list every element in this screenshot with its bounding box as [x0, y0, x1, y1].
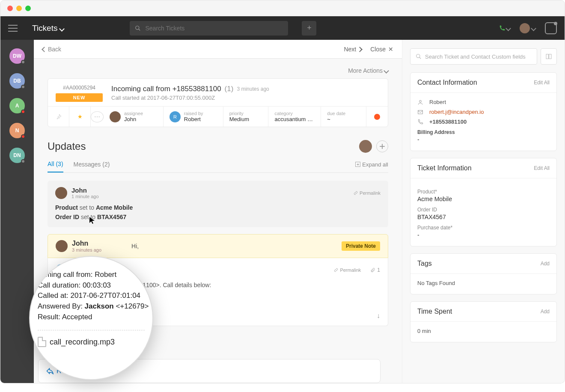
book-icon — [545, 53, 552, 60]
paperclip-icon — [370, 267, 375, 273]
layout-button[interactable] — [541, 48, 557, 65]
status-badge: NEW — [56, 93, 103, 102]
add-time-link[interactable]: Add — [541, 309, 550, 315]
section-title: Tickets — [32, 24, 57, 33]
tab-messages[interactable]: Messages (2) — [74, 161, 110, 172]
add-tag-link[interactable]: Add — [541, 261, 550, 267]
search-icon — [416, 53, 422, 59]
chevron-down-icon — [60, 24, 64, 33]
status-dot — [21, 85, 25, 89]
update-time: 1 minute ago — [71, 194, 99, 199]
note-author: John — [72, 240, 101, 247]
ticket-card: #AA00005294 NEW Incoming call from +1855… — [48, 78, 388, 127]
assignee-cell[interactable]: assigneeJohn — [104, 107, 164, 127]
raised-by-cell[interactable]: R raised byRobert — [164, 107, 223, 127]
ticket-subtitle: Call started at 2017-06-27T07:00:55.000Z — [111, 95, 380, 101]
note-time: 3 minutes ago — [72, 247, 101, 252]
mac-min-dot[interactable] — [16, 6, 22, 11]
section-dropdown[interactable]: Tickets — [32, 24, 64, 33]
close-icon: ✕ — [388, 46, 393, 53]
contact-email[interactable]: robert.j@incandpen.io — [429, 109, 484, 115]
chevron-down-icon — [532, 24, 535, 32]
contact-pill[interactable]: DB — [9, 73, 25, 89]
status-dot — [21, 159, 25, 163]
activity-icon[interactable] — [545, 22, 557, 34]
new-ticket-button[interactable]: + — [302, 21, 316, 36]
update-entry: John 1 minute ago Permalink Product set … — [48, 181, 388, 227]
priority-cell[interactable]: priorityMedium — [223, 107, 269, 127]
add-update-button[interactable]: + — [376, 140, 388, 152]
pin-button[interactable] — [48, 107, 69, 127]
avatar-icon — [520, 23, 530, 33]
private-note-entry: John 3 minutes ago Hi, Private Note — [48, 234, 388, 258]
edit-all-link[interactable]: Edit All — [534, 165, 550, 171]
chevron-down-icon — [506, 24, 510, 32]
updates-heading: Updates + — [48, 140, 388, 153]
contact-pill[interactable]: DN — [9, 148, 25, 163]
attachment-filename[interactable]: call_recording.mp3 — [50, 336, 115, 347]
status-dot — [374, 114, 380, 120]
contact-name: Robert — [429, 99, 446, 105]
update-author: John — [71, 187, 99, 194]
category-cell[interactable]: categoryaccusantium … — [268, 107, 321, 127]
search-box[interactable] — [130, 21, 288, 36]
back-button[interactable]: Back — [42, 46, 61, 53]
chevron-left-icon — [42, 46, 46, 53]
scroll-down-icon[interactable]: ↓ — [377, 312, 380, 320]
svg-rect-5 — [418, 110, 423, 113]
custom-field-search[interactable]: Search Ticket and Contact Custom fields — [410, 48, 537, 65]
time-spent-panel: Time SpentAdd 0 min — [410, 301, 557, 342]
mac-max-dot[interactable] — [25, 6, 31, 11]
contact-pill[interactable]: DW — [9, 48, 25, 64]
product-value: Acme Mobile — [417, 196, 550, 202]
topbar: Tickets + — [0, 16, 565, 40]
status-dot — [21, 110, 25, 114]
search-icon — [135, 25, 141, 31]
svg-point-1 — [416, 54, 420, 58]
contact-pill[interactable]: N — [9, 123, 25, 138]
ticket-count: (1) — [225, 85, 234, 93]
permalink-link[interactable]: Permalink — [334, 267, 361, 273]
mail-icon — [417, 109, 425, 115]
link-icon — [334, 268, 338, 272]
permalink-link[interactable]: Permalink — [354, 190, 381, 196]
due-date-cell[interactable]: due date~ — [321, 107, 366, 127]
ticket-title: Incoming call from +18553881100 — [111, 85, 221, 93]
mac-close-dot[interactable] — [7, 6, 13, 11]
avatar-icon — [56, 240, 68, 252]
close-button[interactable]: Close✕ — [370, 46, 393, 53]
more-button[interactable]: ⋯ — [91, 111, 104, 122]
order-id-value: BTAX4567 — [417, 214, 550, 220]
status-indicator[interactable] — [366, 107, 388, 127]
contact-pill[interactable]: A — [9, 98, 25, 113]
svg-rect-3 — [549, 54, 551, 59]
ticket-info-panel: Ticket InformationEdit All Product* Acme… — [410, 158, 557, 246]
svg-point-4 — [419, 100, 422, 102]
status-dot — [21, 60, 25, 64]
expand-icon: + — [355, 162, 360, 167]
private-note-badge: Private Note — [342, 241, 380, 251]
tab-all[interactable]: All (3) — [48, 160, 63, 172]
search-input[interactable] — [145, 25, 283, 32]
attachment-count[interactable]: 1 — [370, 267, 380, 273]
contact-phone: +18553881100 — [429, 119, 467, 125]
menu-icon[interactable] — [8, 25, 22, 32]
ticket-time: 3 minutes ago — [237, 86, 269, 92]
expand-all-button[interactable]: +Expand all — [355, 161, 388, 172]
mac-titlebar — [0, 0, 565, 16]
next-button[interactable]: Next — [344, 46, 362, 53]
phone-status[interactable] — [499, 24, 510, 32]
more-actions-dropdown[interactable]: More Actions — [48, 67, 388, 74]
chevron-down-icon — [384, 67, 388, 74]
star-button[interactable]: ★ — [69, 107, 91, 127]
reply-icon — [46, 367, 54, 375]
side-panel: Search Ticket and Contact Custom fields … — [402, 40, 565, 383]
note-body: Hi, — [131, 243, 139, 249]
edit-all-link[interactable]: Edit All — [534, 80, 550, 86]
phone-icon — [417, 119, 425, 125]
file-icon — [38, 337, 46, 347]
avatar-icon: R — [170, 111, 181, 122]
user-menu[interactable] — [520, 23, 535, 33]
pin-icon — [55, 113, 62, 120]
phone-icon — [499, 25, 506, 32]
